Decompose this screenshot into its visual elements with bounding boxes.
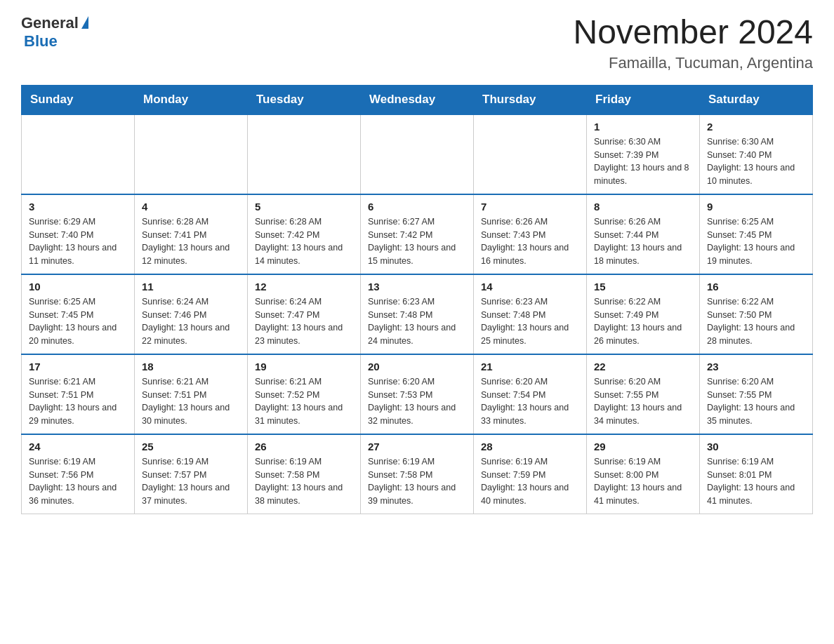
calendar-cell: 11Sunrise: 6:24 AM Sunset: 7:46 PM Dayli… [135, 274, 248, 354]
location-title: Famailla, Tucuman, Argentina [573, 54, 813, 72]
day-info: Sunrise: 6:19 AM Sunset: 8:01 PM Dayligh… [707, 455, 805, 508]
day-info: Sunrise: 6:28 AM Sunset: 7:42 PM Dayligh… [255, 215, 353, 268]
calendar-cell: 14Sunrise: 6:23 AM Sunset: 7:48 PM Dayli… [474, 274, 587, 354]
calendar-cell: 7Sunrise: 6:26 AM Sunset: 7:43 PM Daylig… [474, 194, 587, 274]
column-header-sunday: Sunday [22, 85, 135, 114]
day-info: Sunrise: 6:24 AM Sunset: 7:46 PM Dayligh… [142, 295, 240, 348]
day-info: Sunrise: 6:23 AM Sunset: 7:48 PM Dayligh… [368, 295, 466, 348]
column-header-saturday: Saturday [700, 85, 813, 114]
day-number: 4 [142, 201, 240, 213]
day-info: Sunrise: 6:19 AM Sunset: 8:00 PM Dayligh… [594, 455, 692, 508]
month-title: November 2024 [573, 14, 813, 51]
day-number: 21 [481, 361, 579, 373]
day-info: Sunrise: 6:20 AM Sunset: 7:54 PM Dayligh… [481, 375, 579, 428]
calendar-cell: 20Sunrise: 6:20 AM Sunset: 7:53 PM Dayli… [361, 354, 474, 434]
calendar-week-row: 10Sunrise: 6:25 AM Sunset: 7:45 PM Dayli… [22, 274, 813, 354]
day-number: 10 [29, 281, 127, 293]
day-info: Sunrise: 6:25 AM Sunset: 7:45 PM Dayligh… [707, 215, 805, 268]
day-number: 14 [481, 281, 579, 293]
day-info: Sunrise: 6:20 AM Sunset: 7:55 PM Dayligh… [594, 375, 692, 428]
logo-general-text: General [21, 14, 79, 32]
calendar-table: SundayMondayTuesdayWednesdayThursdayFrid… [21, 85, 813, 514]
column-header-tuesday: Tuesday [248, 85, 361, 114]
calendar-header-row: SundayMondayTuesdayWednesdayThursdayFrid… [22, 85, 813, 114]
day-info: Sunrise: 6:30 AM Sunset: 7:39 PM Dayligh… [594, 135, 692, 188]
calendar-cell: 26Sunrise: 6:19 AM Sunset: 7:58 PM Dayli… [248, 434, 361, 514]
calendar-cell: 2Sunrise: 6:30 AM Sunset: 7:40 PM Daylig… [700, 114, 813, 194]
calendar-cell [361, 114, 474, 194]
calendar-cell: 29Sunrise: 6:19 AM Sunset: 8:00 PM Dayli… [587, 434, 700, 514]
day-info: Sunrise: 6:21 AM Sunset: 7:52 PM Dayligh… [255, 375, 353, 428]
day-number: 22 [594, 361, 692, 373]
day-number: 13 [368, 281, 466, 293]
day-info: Sunrise: 6:26 AM Sunset: 7:43 PM Dayligh… [481, 215, 579, 268]
calendar-week-row: 1Sunrise: 6:30 AM Sunset: 7:39 PM Daylig… [22, 114, 813, 194]
calendar-cell: 4Sunrise: 6:28 AM Sunset: 7:41 PM Daylig… [135, 194, 248, 274]
day-number: 25 [142, 441, 240, 452]
day-number: 18 [142, 361, 240, 373]
day-info: Sunrise: 6:30 AM Sunset: 7:40 PM Dayligh… [707, 135, 805, 188]
calendar-week-row: 17Sunrise: 6:21 AM Sunset: 7:51 PM Dayli… [22, 354, 813, 434]
calendar-cell: 8Sunrise: 6:26 AM Sunset: 7:44 PM Daylig… [587, 194, 700, 274]
calendar-cell: 1Sunrise: 6:30 AM Sunset: 7:39 PM Daylig… [587, 114, 700, 194]
day-number: 28 [481, 441, 579, 452]
day-number: 20 [368, 361, 466, 373]
calendar-cell: 6Sunrise: 6:27 AM Sunset: 7:42 PM Daylig… [361, 194, 474, 274]
day-info: Sunrise: 6:27 AM Sunset: 7:42 PM Dayligh… [368, 215, 466, 268]
day-number: 26 [255, 441, 353, 452]
calendar-cell [22, 114, 135, 194]
day-info: Sunrise: 6:19 AM Sunset: 7:58 PM Dayligh… [368, 455, 466, 508]
day-number: 30 [707, 441, 805, 452]
calendar-cell: 19Sunrise: 6:21 AM Sunset: 7:52 PM Dayli… [248, 354, 361, 434]
calendar-cell: 17Sunrise: 6:21 AM Sunset: 7:51 PM Dayli… [22, 354, 135, 434]
calendar-cell: 5Sunrise: 6:28 AM Sunset: 7:42 PM Daylig… [248, 194, 361, 274]
day-info: Sunrise: 6:19 AM Sunset: 7:58 PM Dayligh… [255, 455, 353, 508]
day-number: 27 [368, 441, 466, 452]
day-info: Sunrise: 6:19 AM Sunset: 7:59 PM Dayligh… [481, 455, 579, 508]
calendar-week-row: 24Sunrise: 6:19 AM Sunset: 7:56 PM Dayli… [22, 434, 813, 514]
calendar-cell: 3Sunrise: 6:29 AM Sunset: 7:40 PM Daylig… [22, 194, 135, 274]
calendar-cell: 15Sunrise: 6:22 AM Sunset: 7:49 PM Dayli… [587, 274, 700, 354]
title-area: November 2024 Famailla, Tucuman, Argenti… [573, 14, 813, 72]
day-number: 11 [142, 281, 240, 293]
day-info: Sunrise: 6:22 AM Sunset: 7:50 PM Dayligh… [707, 295, 805, 348]
day-info: Sunrise: 6:19 AM Sunset: 7:57 PM Dayligh… [142, 455, 240, 508]
day-info: Sunrise: 6:20 AM Sunset: 7:53 PM Dayligh… [368, 375, 466, 428]
day-number: 23 [707, 361, 805, 373]
column-header-wednesday: Wednesday [361, 85, 474, 114]
logo: General [21, 14, 88, 32]
day-info: Sunrise: 6:28 AM Sunset: 7:41 PM Dayligh… [142, 215, 240, 268]
day-info: Sunrise: 6:21 AM Sunset: 7:51 PM Dayligh… [29, 375, 127, 428]
column-header-thursday: Thursday [474, 85, 587, 114]
day-info: Sunrise: 6:21 AM Sunset: 7:51 PM Dayligh… [142, 375, 240, 428]
column-header-monday: Monday [135, 85, 248, 114]
day-number: 9 [707, 201, 805, 213]
calendar-cell: 30Sunrise: 6:19 AM Sunset: 8:01 PM Dayli… [700, 434, 813, 514]
day-number: 2 [707, 121, 805, 133]
page-header: General Blue November 2024 Famailla, Tuc… [21, 14, 813, 72]
calendar-cell: 10Sunrise: 6:25 AM Sunset: 7:45 PM Dayli… [22, 274, 135, 354]
calendar-cell: 25Sunrise: 6:19 AM Sunset: 7:57 PM Dayli… [135, 434, 248, 514]
logo-triangle-icon [81, 16, 88, 29]
day-info: Sunrise: 6:19 AM Sunset: 7:56 PM Dayligh… [29, 455, 127, 508]
calendar-cell: 24Sunrise: 6:19 AM Sunset: 7:56 PM Dayli… [22, 434, 135, 514]
calendar-cell: 21Sunrise: 6:20 AM Sunset: 7:54 PM Dayli… [474, 354, 587, 434]
day-number: 16 [707, 281, 805, 293]
day-info: Sunrise: 6:25 AM Sunset: 7:45 PM Dayligh… [29, 295, 127, 348]
day-number: 29 [594, 441, 692, 452]
calendar-cell: 28Sunrise: 6:19 AM Sunset: 7:59 PM Dayli… [474, 434, 587, 514]
day-number: 7 [481, 201, 579, 213]
calendar-cell: 22Sunrise: 6:20 AM Sunset: 7:55 PM Dayli… [587, 354, 700, 434]
calendar-cell [474, 114, 587, 194]
calendar-cell: 13Sunrise: 6:23 AM Sunset: 7:48 PM Dayli… [361, 274, 474, 354]
day-info: Sunrise: 6:29 AM Sunset: 7:40 PM Dayligh… [29, 215, 127, 268]
calendar-cell: 23Sunrise: 6:20 AM Sunset: 7:55 PM Dayli… [700, 354, 813, 434]
calendar-cell [248, 114, 361, 194]
day-number: 24 [29, 441, 127, 452]
day-info: Sunrise: 6:26 AM Sunset: 7:44 PM Dayligh… [594, 215, 692, 268]
calendar-cell [135, 114, 248, 194]
day-info: Sunrise: 6:24 AM Sunset: 7:47 PM Dayligh… [255, 295, 353, 348]
day-info: Sunrise: 6:20 AM Sunset: 7:55 PM Dayligh… [707, 375, 805, 428]
calendar-cell: 9Sunrise: 6:25 AM Sunset: 7:45 PM Daylig… [700, 194, 813, 274]
day-number: 6 [368, 201, 466, 213]
